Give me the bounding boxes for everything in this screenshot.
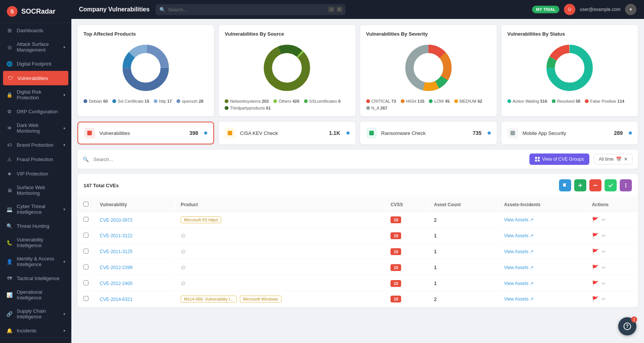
action-btn-flag[interactable] — [559, 179, 571, 191]
check-icon — [608, 183, 613, 188]
row-action-flag-icon[interactable]: 🚩 — [592, 280, 598, 287]
row-action-edit-icon[interactable]: ✏ — [601, 233, 606, 239]
legend-label: False Positive 114 — [590, 99, 624, 103]
row-select-checkbox[interactable] — [83, 249, 88, 254]
info-dot — [629, 132, 632, 135]
view-assets-link[interactable]: View Assets ↗ — [504, 233, 581, 238]
action-btn-plus[interactable] — [574, 179, 586, 191]
table-search-input[interactable] — [93, 157, 525, 162]
sidebar-item-tactical[interactable]: 🗺 Tactical Intelligence — [0, 271, 71, 285]
row-checkbox — [78, 228, 94, 243]
cve-link[interactable]: CVE-2012-2399 — [100, 265, 132, 270]
tab-count: 735 — [472, 130, 481, 136]
tab-vulnerabilities[interactable]: Vulnerabilities 398 — [77, 122, 214, 144]
row-action-flag-icon[interactable]: 🚩 — [592, 233, 598, 239]
row-action-flag-icon[interactable]: 🚩 — [592, 265, 598, 271]
sidebar-item-identity-access[interactable]: 👤 Identity & Access Intelligence ▾ — [0, 252, 71, 271]
sidebar-item-label: Incidents — [17, 328, 36, 334]
sidebar-item-vuln-intel[interactable]: 🐛 Vulnerability Intelligence — [0, 233, 71, 252]
legend-item: Debian 60 — [83, 99, 108, 103]
search-input[interactable] — [156, 4, 345, 15]
view-assets-link[interactable]: View Assets ↗ — [504, 217, 581, 222]
sidebar-item-operational[interactable]: 📊 Operational Intelligence — [0, 285, 71, 304]
row-action-flag-icon[interactable]: 🚩 — [592, 249, 598, 255]
legend-label: N_A 267 — [372, 106, 387, 110]
sidebar-item-vip-protection[interactable]: ★ VIP Protection — [0, 166, 71, 181]
row-action-edit-icon[interactable]: ✏ — [601, 265, 606, 271]
legend-by-status: Action Waiting 516 Resolved 58 False Pos… — [507, 99, 632, 103]
sidebar-item-dashboards[interactable]: ⊞ Dashboards — [0, 23, 71, 38]
select-all-checkbox[interactable] — [83, 202, 88, 207]
asset-count-cell: 2 — [429, 213, 498, 227]
sidebar-item-dark-web[interactable]: 👁 Dark Web Monitoring ▾ — [0, 119, 71, 138]
view-assets-link[interactable]: View Assets ↗ — [504, 249, 581, 254]
sidebar-item-drp-config[interactable]: ⚙ DRP Configuration — [0, 104, 71, 119]
tab-mobile-app[interactable]: Mobile App Security 289 — [501, 122, 638, 144]
cve-link[interactable]: CVE-2012-2400 — [100, 281, 132, 286]
cve-link[interactable]: CVE-2011-3125 — [100, 249, 132, 254]
legend-item: CRITICAL 73 — [366, 99, 396, 103]
row-action-flag-icon[interactable]: 🚩 — [592, 217, 598, 223]
action-btn-minus[interactable] — [589, 179, 601, 191]
sidebar-item-attack-surface[interactable]: ◎ Attack Surface Management ▾ — [0, 38, 71, 56]
sidebar-item-cyber-threat[interactable]: 💻 Cyber Threat Intelligence ▾ — [0, 200, 71, 219]
search-icon: 🔍 — [159, 7, 165, 13]
sidebar-item-digital-footprint[interactable]: 🌐 Digital Footprint — [0, 56, 71, 71]
close-icon[interactable]: ✕ — [328, 7, 335, 13]
sidebar-item-reports[interactable]: 📄 Reports — [0, 341, 71, 343]
svg-point-20 — [555, 53, 584, 82]
global-search: 🔍 ✕ K — [156, 4, 345, 15]
view-assets-link[interactable]: View Assets ↗ — [504, 265, 581, 270]
row-action-edit-icon[interactable]: ✏ — [601, 217, 606, 223]
view-cve-groups-button[interactable]: View of CVE Groups — [529, 153, 589, 165]
view-assets-link[interactable]: View Assets ↗ — [504, 281, 581, 286]
sidebar-item-surface-web[interactable]: 🖥 Surface Web Monitoring — [0, 181, 71, 200]
app-header: Company Vulnerabilities 🔍 ✕ K MY TRIAL U… — [71, 0, 644, 19]
row-select-checkbox[interactable] — [83, 233, 88, 238]
card-title-by-source: Vulnerabilities By Source — [225, 31, 349, 37]
bar-chart-icon: 📊 — [6, 291, 13, 298]
product-cell: ⊘ — [175, 228, 384, 243]
sidebar-item-vulnerabilities[interactable]: 🛡 Vulnerabilities — [3, 71, 68, 85]
row-select-checkbox[interactable] — [83, 280, 88, 285]
cve-link[interactable]: CVE-2010-3972 — [100, 218, 132, 223]
tab-ransomware[interactable]: Ransomware Check 735 — [360, 122, 497, 144]
category-tabs: Vulnerabilities 398 CISA KEV Check 1.1K — [77, 122, 638, 144]
sidebar-item-digital-risk[interactable]: 🔒 Digital Risk Protection ▾ — [0, 85, 71, 104]
sidebar-item-fraud-protection[interactable]: ⚠ Fraud Protection — [0, 152, 71, 166]
cve-link[interactable]: CVE-2014-6321 — [100, 297, 132, 302]
row-action-edit-icon[interactable]: ✏ — [601, 296, 606, 302]
assets-incidents-cell: View Assets ↗ — [499, 228, 586, 243]
row-action-edit-icon[interactable]: ✏ — [601, 280, 606, 287]
sidebar-item-label: VIP Protection — [17, 171, 48, 177]
chat-button[interactable]: ? 1 — [618, 317, 636, 335]
sidebar-item-supply-chain[interactable]: 🔗 Supply Chain Intelligence ▾ — [0, 304, 71, 323]
view-assets-link[interactable]: View Assets ↗ — [504, 296, 581, 302]
chevron-down-icon: ▾ — [63, 126, 65, 130]
action-btn-dots[interactable] — [620, 179, 632, 191]
tab-cisa-kev[interactable]: CISA KEV Check 1.1K — [219, 122, 355, 144]
row-action-flag-icon[interactable]: 🚩 — [592, 296, 598, 302]
sidebar-item-brand-protection[interactable]: 🏷 Brand Protection ▾ — [0, 138, 71, 152]
row-select-checkbox[interactable] — [83, 265, 88, 269]
actions-cell: 🚩 ✏ — [587, 276, 637, 291]
col-cvss: CVSS — [385, 198, 428, 212]
tab-ransomware-icon — [366, 128, 377, 138]
row-actions: 🚩 ✏ — [592, 217, 632, 223]
row-action-edit-icon[interactable]: ✏ — [601, 249, 606, 255]
user-avatar-secondary[interactable]: ▾ — [625, 4, 636, 15]
row-select-checkbox[interactable] — [83, 217, 88, 222]
tab-label: CISA KEV Check — [240, 130, 324, 136]
row-select-checkbox[interactable] — [83, 296, 88, 301]
tab-label: Mobile App Security — [523, 130, 609, 136]
legend-label: http 17 — [159, 99, 172, 103]
sidebar-item-threat-hunting[interactable]: 🔍 Threat Hunting — [0, 219, 71, 233]
sidebar-item-incidents[interactable]: 🔔 Incidents ▾ — [0, 323, 71, 338]
action-btn-check[interactable] — [605, 179, 617, 191]
cve-link[interactable]: CVE-2011-3122 — [100, 233, 132, 238]
product-cell: Ms14-066: Vulnerability I... Microsoft W… — [175, 292, 384, 307]
close-icon[interactable]: ✕ — [624, 157, 628, 162]
eye-icon: 👁 — [6, 125, 13, 132]
actions-cell: 🚩 ✏ — [587, 244, 637, 259]
time-filter[interactable]: All time 📅 ✕ — [594, 154, 633, 164]
